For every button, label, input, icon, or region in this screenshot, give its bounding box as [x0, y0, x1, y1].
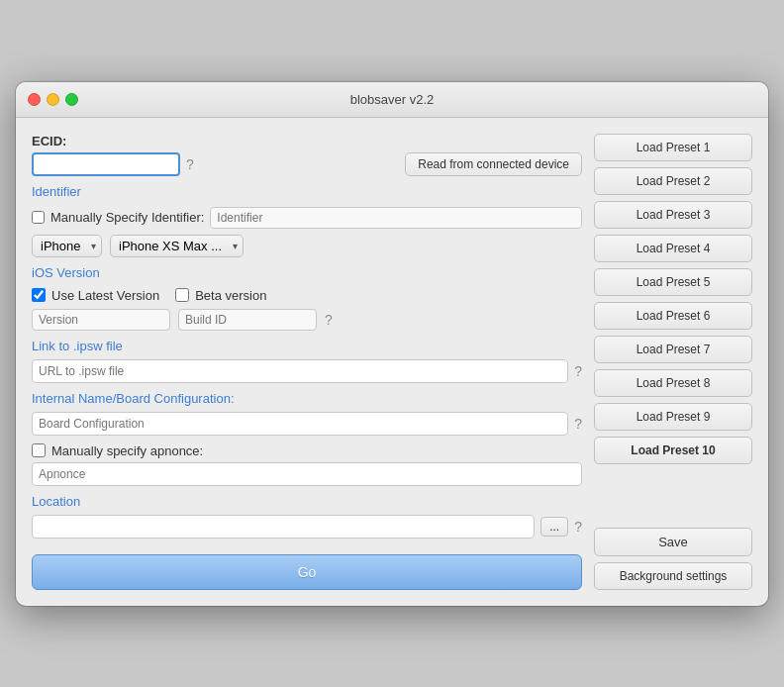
minimize-button[interactable] [47, 93, 59, 106]
ipsw-link-row: ? [32, 359, 582, 383]
preset-buttons: Load Preset 1 Load Preset 2 Load Preset … [594, 134, 752, 464]
load-preset-8-button[interactable]: Load Preset 8 [594, 369, 752, 397]
ecid-label: ECID: [32, 134, 66, 148]
identifier-input[interactable] [210, 207, 582, 229]
load-preset-9-button[interactable]: Load Preset 9 [594, 403, 752, 431]
device-type-dropdown[interactable]: iPhone [32, 235, 102, 257]
ecid-section: ECID: ? Read from connected device [32, 134, 582, 176]
ecid-row: ? Read from connected device [32, 152, 582, 176]
board-question: ? [574, 416, 582, 432]
version-question: ? [325, 312, 333, 328]
version-inputs-row: ? [32, 309, 582, 331]
right-bottom-buttons: Save Background settings [594, 528, 752, 590]
ipsw-link-label: Link to .ipsw file [32, 339, 582, 353]
apnonce-checkbox[interactable] [32, 443, 46, 457]
titlebar: blobsaver v2.2 [16, 82, 768, 118]
save-button[interactable]: Save [594, 528, 752, 556]
use-latest-row: Use Latest Version [32, 288, 159, 303]
left-panel: ECID: ? Read from connected device Ident… [32, 134, 582, 590]
device-model-dropdown[interactable]: iPhone XS Max ... [110, 235, 244, 257]
ipsw-link-input[interactable] [32, 359, 568, 383]
version-input[interactable] [32, 309, 170, 331]
beta-row: Beta version [175, 288, 266, 303]
main-window: blobsaver v2.2 ECID: ? Read from connect… [16, 82, 768, 606]
close-button[interactable] [28, 93, 41, 106]
load-preset-2-button[interactable]: Load Preset 2 [594, 167, 752, 195]
load-preset-10-button[interactable]: Load Preset 10 [594, 437, 752, 464]
manually-specify-checkbox[interactable] [32, 211, 45, 224]
device-type-wrapper: iPhone [32, 235, 102, 257]
version-checkboxes: Use Latest Version Beta version [32, 288, 582, 303]
location-section: Location /Users/airsquared/Desktop/Blobs… [32, 494, 582, 539]
load-preset-1-button[interactable]: Load Preset 1 [594, 134, 752, 161]
apnonce-checkbox-row: Manually specify apnonce: [32, 443, 582, 458]
use-latest-label: Use Latest Version [51, 288, 159, 303]
use-latest-checkbox[interactable] [32, 288, 46, 302]
identifier-manual-row: Manually Specify Identifier: [32, 207, 582, 229]
device-model-wrapper: iPhone XS Max ... [110, 235, 244, 257]
beta-checkbox[interactable] [175, 288, 189, 302]
location-input[interactable]: /Users/airsquared/Desktop/Blobs [32, 515, 535, 539]
load-preset-6-button[interactable]: Load Preset 6 [594, 302, 752, 330]
apnonce-section: Manually specify apnonce: [32, 443, 582, 486]
load-preset-5-button[interactable]: Load Preset 5 [594, 268, 752, 296]
load-preset-7-button[interactable]: Load Preset 7 [594, 336, 752, 363]
right-panel: Load Preset 1 Load Preset 2 Load Preset … [594, 134, 752, 590]
dropdown-row: iPhone iPhone XS Max ... [32, 235, 582, 257]
load-preset-4-button[interactable]: Load Preset 4 [594, 235, 752, 262]
identifier-label: Identifier [32, 184, 582, 199]
identifier-section: Identifier Manually Specify Identifier: … [32, 184, 582, 257]
board-label: Internal Name/Board Configuration: [32, 391, 582, 406]
maximize-button[interactable] [65, 93, 78, 106]
browse-button[interactable]: ... [540, 517, 568, 537]
traffic-lights [28, 93, 78, 106]
manually-specify-label: Manually Specify Identifier: [50, 210, 204, 225]
load-preset-3-button[interactable]: Load Preset 3 [594, 201, 752, 229]
build-id-input[interactable] [178, 309, 317, 331]
read-device-button[interactable]: Read from connected device [405, 152, 582, 176]
go-button[interactable]: Go [32, 554, 582, 590]
ipsw-link-section: Link to .ipsw file ? [32, 339, 582, 383]
ecid-question: ? [186, 156, 194, 172]
board-input-row: ? [32, 412, 582, 436]
ios-version-section: iOS Version Use Latest Version Beta vers… [32, 265, 582, 331]
location-label: Location [32, 494, 582, 509]
apnonce-label: Manually specify apnonce: [51, 443, 203, 458]
board-input[interactable] [32, 412, 568, 436]
window-title: blobsaver v2.2 [350, 92, 435, 107]
apnonce-input[interactable] [32, 462, 582, 486]
ipsw-question: ? [574, 363, 582, 379]
content-area: ECID: ? Read from connected device Ident… [16, 118, 768, 606]
location-question: ? [574, 519, 582, 535]
ios-version-label: iOS Version [32, 265, 582, 280]
ecid-input[interactable] [32, 152, 180, 176]
location-input-row: /Users/airsquared/Desktop/Blobs ... ? [32, 515, 582, 539]
background-settings-button[interactable]: Background settings [594, 562, 752, 590]
board-section: Internal Name/Board Configuration: ? [32, 391, 582, 436]
beta-label: Beta version [195, 288, 266, 303]
